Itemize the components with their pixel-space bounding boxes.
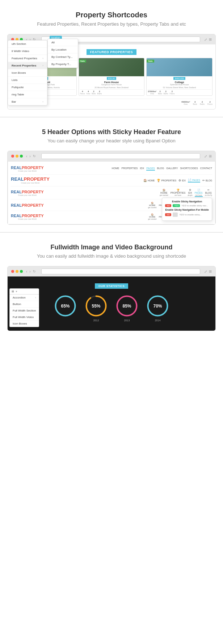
nav-blog-3[interactable]: ✏BLOGon the fly (205, 189, 212, 197)
nav-home-5[interactable]: 🏠HOMEget started (148, 213, 157, 220)
toggle-no-1[interactable]: NO (165, 204, 171, 207)
section3-suffix: Background (134, 244, 172, 251)
browser-nav-3: ‹ › ↻ (25, 270, 37, 274)
nav-home-4[interactable]: 🏠HOMEget started (148, 202, 157, 209)
section1-title: Property Shortcodes (7, 11, 216, 19)
toggle-row-1: NO YES YES! to enable sticky nav... (165, 204, 209, 207)
section1-subtitle: Featured Properties, Recent Properties b… (7, 21, 216, 27)
forward-arrow-3[interactable]: › (29, 270, 30, 274)
back-arrow-2[interactable]: ‹ (26, 154, 27, 158)
forward-arrow-2[interactable]: › (29, 154, 30, 158)
prop-type-3: Cottage (148, 81, 211, 83)
dot-green-3[interactable] (20, 270, 23, 273)
cm3-accordion[interactable]: Accordion › (10, 295, 39, 301)
circle-label-4: 2014 (146, 319, 169, 322)
nav-pages-3[interactable]: 📄PAGESnet have (195, 189, 203, 197)
menu-item-full-width-video[interactable]: ll Width Video (8, 48, 47, 55)
second-row-specs: 45000m²Area 3Beds 2Baths 2Floors (181, 101, 213, 105)
menu-item-ring-table[interactable]: ring Table (8, 91, 47, 98)
browser-mock-2: ‹ › ↻ ⤢ ≡ REALPROPERTY Create your new W… (7, 151, 216, 225)
menu-item-uth-section[interactable]: uth Section (8, 40, 47, 48)
expand-icon-2[interactable]: ⤢ (204, 154, 207, 158)
cm3-body: Accordion › Button Full Width Section Fu… (9, 295, 39, 327)
nav-home-2[interactable]: 🏠 HOME (143, 179, 155, 183)
logo-tagline-1: Create your new World (11, 170, 43, 172)
cm3-button[interactable]: Button (10, 301, 39, 308)
expand-icon-3[interactable]: ⤢ (204, 270, 207, 274)
browser-bar-2: ‹ › ↻ ⤢ ≡ (8, 151, 215, 161)
nav-properties-2[interactable]: 🏆 PROPERTIES (157, 179, 176, 183)
cm3-icon-boxes[interactable]: Icon Boxes (10, 321, 39, 327)
browser-content-1: FEATURED PROPERTIES New $4000 Restaurant… (8, 44, 215, 109)
nav-links-3: 🏠HOMEget started 🏆PROPERTIESwe have ⚙IDX… (160, 189, 212, 197)
toggle-no-2[interactable]: NO (165, 213, 171, 216)
expand-icon[interactable]: ⤢ (204, 38, 207, 42)
cm3-full-width-section[interactable]: Full Width Section (10, 308, 39, 314)
nav-pages-2[interactable]: 📄 PAGES (188, 179, 200, 183)
nav-gallery-1[interactable]: GALLERY (166, 167, 178, 171)
section-fullwidth-bg: Fullwidth Image and Video Background You… (0, 233, 223, 338)
circle-svg-4: 70% (146, 294, 169, 318)
circle-label-3: 2013 (115, 319, 139, 322)
prop-img-2: Sale (79, 58, 144, 76)
dot-yellow-3[interactable] (16, 270, 18, 273)
nav-pages-1[interactable]: PAGES (146, 167, 155, 171)
nav-idx-1[interactable]: IDX (140, 167, 144, 171)
logo-2: REALPROPERTY Create your new World (11, 177, 50, 184)
svg-text:65%: 65% (61, 304, 70, 309)
nav-home-1[interactable]: HOME (112, 167, 119, 171)
browser-menu-icon-2[interactable]: ≡ (209, 153, 212, 159)
nav-blog-1[interactable]: BLOG (157, 167, 164, 171)
toggle-empty-2[interactable] (173, 212, 178, 217)
nav-idx-3[interactable]: ⚙IDXplugin (188, 189, 192, 197)
browser-url-bar-2[interactable] (41, 153, 200, 159)
nav-home-3[interactable]: 🏠HOMEget started (160, 189, 168, 197)
nav-idx-2[interactable]: ⚙ IDX (178, 179, 186, 183)
toggle-yes-1[interactable]: YES (173, 204, 180, 207)
nav-properties-1[interactable]: PROPERTIES (122, 167, 138, 171)
nav-links-1: HOME PROPERTIES IDX PAGES BLOG GALLERY S… (112, 167, 213, 171)
dot-green-2[interactable] (20, 155, 23, 158)
nav-links-2: 🏠 HOME 🏆 PROPERTIES ⚙ IDX 📄 PAGES ✏ BLOG (143, 179, 212, 183)
section2-title-bold1: 5 Header (42, 128, 70, 136)
logo-4: REALPROPERTY (11, 203, 43, 207)
logo-1: REALPROPERTY Create your new World (11, 166, 43, 172)
browser-dots-3 (11, 270, 23, 273)
menu-item-pullquote[interactable]: Pullquote (8, 84, 47, 91)
cm3-arrow-icon: ▼ (15, 290, 18, 293)
circle-label-2: 2012 (84, 319, 108, 322)
section2-title-bold2: Sticky Header (113, 128, 156, 136)
menu-item-lists[interactable]: Lists (8, 77, 47, 84)
nav-contact-1[interactable]: CONTACT (200, 167, 212, 171)
sticky-title-1: Enable Sticky Navigation (165, 200, 209, 203)
circle-4: 70% 2014 (146, 294, 169, 322)
menu-item-featured-properties[interactable]: Featured Properties› (8, 55, 47, 62)
dot-red-3[interactable] (11, 270, 14, 273)
menu-item-icon-boxes[interactable]: Icon Boxes (8, 69, 47, 77)
svg-text:85%: 85% (122, 304, 131, 309)
circle-2: 55% 2012 (84, 294, 108, 322)
logo-text-2: REALPROPERTY (11, 177, 50, 182)
nav-blog-2[interactable]: ✏ BLOG (202, 179, 212, 183)
context-menu-list: uth Section ll Width Video Featured Prop… (8, 40, 47, 106)
menu-item-bar[interactable]: Bar› (8, 98, 47, 105)
nav-properties-3[interactable]: 🏆PROPERTIESwe have (171, 189, 186, 197)
refresh-icon-2[interactable]: ↻ (33, 154, 36, 158)
circle-svg-2: 55% (84, 294, 108, 318)
back-arrow-3[interactable]: ‹ (26, 270, 27, 274)
nav-shortcodes-1[interactable]: SHORTCODES (180, 167, 198, 171)
logo-tagline-2: Create your new World (11, 182, 50, 184)
browser-url-bar-3[interactable] (41, 269, 200, 274)
circle-svg-3: 85% (115, 294, 139, 318)
header-row-2: REALPROPERTY Create your new World 🏠 HOM… (11, 175, 212, 186)
dot-red-2[interactable] (11, 155, 14, 158)
browser-menu-icon[interactable]: ≡ (209, 37, 212, 42)
cm3-full-width-video[interactable]: Full Width Video (10, 314, 39, 321)
section3-mid: and (102, 244, 115, 251)
browser-menu-icon-3[interactable]: ≡ (209, 269, 212, 274)
logo-text-3: REALPROPERTY (11, 190, 43, 194)
prop-specs-2: 4Floors 4Area 2Beds 2Baths (80, 89, 143, 95)
dot-yellow-2[interactable] (16, 155, 18, 158)
menu-item-recent-properties[interactable]: Recent Properties › All By Location By C… (8, 62, 47, 69)
refresh-icon-3[interactable]: ↻ (33, 270, 36, 273)
